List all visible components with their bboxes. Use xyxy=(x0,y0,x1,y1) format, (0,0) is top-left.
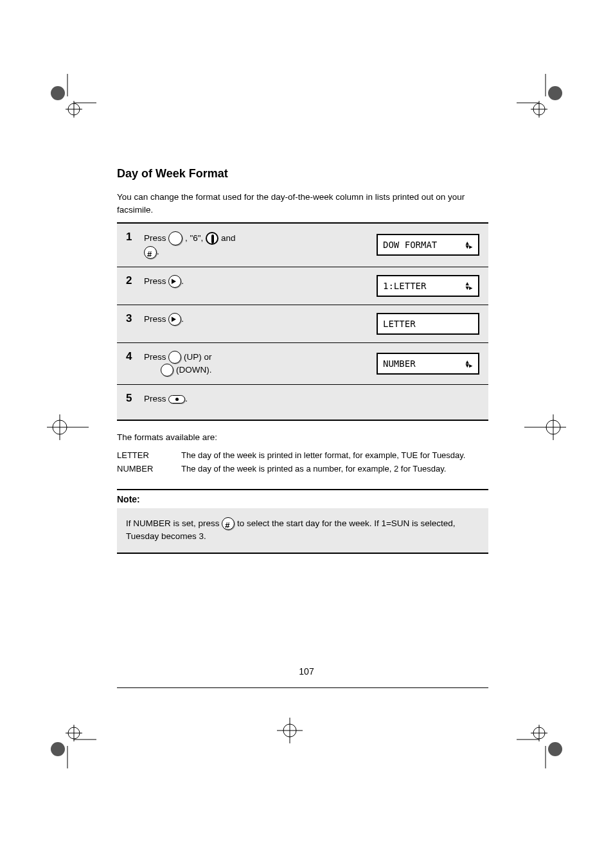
lcd-text: LETTER xyxy=(383,319,474,329)
hash-icon xyxy=(222,517,235,530)
stop-button-icon xyxy=(168,395,185,403)
step-description: Press . xyxy=(144,313,377,326)
lcd-text: 1:LETTER xyxy=(383,281,464,291)
play-button-icon xyxy=(168,313,181,326)
step-number: 1 xyxy=(126,231,144,244)
format-desc: The day of the week is printed as a numb… xyxy=(181,464,488,474)
step-description: Press (UP) or (DOWN). xyxy=(144,351,377,377)
page-number: 107 xyxy=(299,666,314,677)
svg-point-8 xyxy=(548,86,562,100)
note-body: If NUMBER is set, press to select the st… xyxy=(117,508,488,554)
format-label: NUMBER xyxy=(117,464,181,474)
step-row: 2 Press . 1:LETTER ▲▼▶ xyxy=(117,267,488,305)
note-pre: If NUMBER is set, press xyxy=(126,518,222,528)
crop-mark-top-left xyxy=(39,74,96,132)
crop-mark-bottom-left xyxy=(39,711,96,768)
format-row: NUMBER The day of the week is printed as… xyxy=(117,464,488,474)
step-row: 1 Press , "6", and . DOW FORMAT ▲▼▶ xyxy=(117,224,488,267)
svg-point-26 xyxy=(548,742,562,756)
lcd-arrows-icon: ▲▼▶ xyxy=(464,281,474,290)
format-row: LETTER The day of the week is printed in… xyxy=(117,450,488,460)
lcd-text: NUMBER xyxy=(383,359,464,369)
svg-point-2 xyxy=(51,86,65,100)
step-row: 4 Press (UP) or (DOWN). NUMBER ▲▼▶ xyxy=(117,343,488,385)
lcd-display: 1:LETTER ▲▼▶ xyxy=(377,275,479,297)
footer-rule xyxy=(117,687,488,688)
crop-mark-bottom-right xyxy=(517,711,574,768)
down-button-icon xyxy=(161,364,173,376)
lcd-display: DOW FORMAT ▲▼▶ xyxy=(377,234,479,256)
step-description: Press . xyxy=(144,275,377,288)
crop-mark-mid-left xyxy=(31,398,89,456)
note-label: Note: xyxy=(117,489,488,504)
format-label: LETTER xyxy=(117,450,181,460)
formats-lead: The formats available are: xyxy=(117,431,488,444)
step-row: 5 Press . xyxy=(117,385,488,420)
step-number: 4 xyxy=(126,351,144,363)
play-button-icon xyxy=(168,275,181,288)
lcd-arrows-icon: ▲▼▶ xyxy=(464,241,474,249)
step-description: Press , "6", and . xyxy=(144,231,377,258)
section-intro: You can change the format used for the d… xyxy=(117,191,488,216)
button-icon xyxy=(168,231,182,245)
step-description: Press . xyxy=(144,393,479,405)
function-icon xyxy=(206,232,218,245)
steps-table: 1 Press , "6", and . DOW FORMAT ▲▼▶ 2 Pr… xyxy=(117,222,488,421)
up-button-icon xyxy=(168,351,181,364)
crop-mark-bottom-center xyxy=(271,711,309,750)
lcd-display: NUMBER ▲▼▶ xyxy=(377,353,479,375)
lcd-text: DOW FORMAT xyxy=(383,240,464,250)
hash-icon xyxy=(144,246,157,259)
step-number: 2 xyxy=(126,275,144,287)
step-number: 5 xyxy=(126,393,144,405)
step-row: 3 Press . LETTER xyxy=(117,305,488,343)
svg-point-20 xyxy=(51,742,65,756)
step-number: 3 xyxy=(126,313,144,325)
lcd-display: LETTER xyxy=(377,313,479,335)
lcd-arrows-icon: ▲▼▶ xyxy=(464,360,474,368)
format-desc: The day of the week is printed in letter… xyxy=(181,450,488,460)
section-title: Day of Week Format xyxy=(117,167,488,181)
crop-mark-top-right xyxy=(517,74,574,132)
crop-mark-mid-right xyxy=(524,398,582,456)
